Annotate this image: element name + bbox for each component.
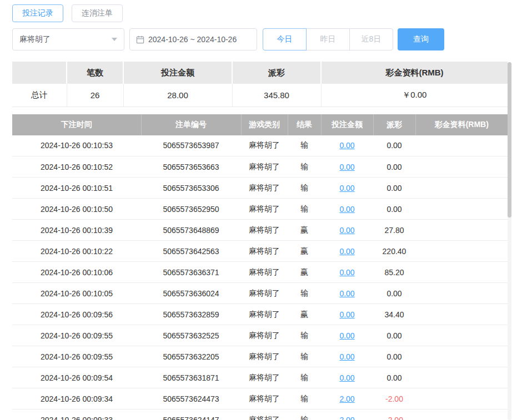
bet-time-cell: 2024-10-26 00:10:05 [12,283,141,304]
result-cell: 输 [288,367,321,388]
result-cell: 输 [288,199,321,220]
bet-amount-link[interactable]: 0.00 [339,268,354,277]
result-cell: 赢 [288,241,321,262]
order-number-cell: 5065573632859 [141,304,241,325]
today-button[interactable]: 今日 [263,28,307,50]
game-type-cell: 麻将胡了 [241,156,288,178]
summary-header-payout: 派彩 [232,62,321,84]
bet-amount-cell: 0.00 [321,199,373,220]
order-number-cell: 5065573632205 [141,346,241,367]
chevron-down-icon [112,38,117,41]
bet-amount-link[interactable]: 0.00 [339,352,354,361]
bonus-cell [415,325,508,346]
column-header-bet-time: 下注时间 [12,114,141,135]
bonus-cell [415,388,508,409]
bet-amount-cell: 0.00 [321,220,373,241]
bet-time-cell: 2024-10-26 00:09:34 [12,388,141,409]
payout-cell: -2.00 [373,409,415,420]
yesterday-button[interactable]: 昨日 [306,28,350,50]
bet-amount-link[interactable]: 0.00 [339,247,354,256]
tab-cancelled-orders[interactable]: 连消注单 [72,4,123,22]
date-range-picker[interactable]: 2024-10-26 ~ 2024-10-26 [129,28,257,50]
table-row: 2024-10-26 00:10:05 5065573636024 麻将胡了 输… [12,283,508,304]
summary-header-bonus: 彩金资料(RMB) [321,62,508,84]
table-row: 2024-10-26 00:10:52 5065573653663 麻将胡了 输… [12,156,508,178]
game-select-value: 麻将胡了 [19,34,51,44]
payout-cell: 0.00 [373,156,415,178]
bonus-cell [415,156,508,178]
order-number-cell: 5065573653987 [141,135,241,156]
quick-date-buttons: 今日 昨日 近8日 [263,28,393,50]
bet-records-table: 下注时间 注单编号 游戏类别 结果 投注金额 派彩 彩金资料(RMB) 2024… [12,114,508,420]
summary-header-row: 笔数 投注金额 派彩 彩金资料(RMB) [12,62,508,84]
bet-amount-cell: 0.00 [321,283,373,304]
column-header-payout: 派彩 [373,114,415,135]
summary-count-value: 26 [67,84,123,107]
payout-cell: 0.00 [373,346,415,367]
calendar-icon [136,36,144,44]
payout-cell: 0.00 [373,367,415,388]
summary-table: 笔数 投注金额 派彩 彩金资料(RMB) 总计 26 28.00 345.80 … [12,62,508,107]
last-8-days-button[interactable]: 近8日 [349,28,393,50]
bet-amount-cell: 2.00 [321,388,373,409]
vertical-scrollbar-thumb[interactable] [508,62,511,217]
bet-time-cell: 2024-10-26 00:09:55 [12,346,141,367]
bet-amount-link[interactable]: 0.00 [339,289,354,298]
table-row: 2024-10-26 00:10:22 5065573642563 麻将胡了 赢… [12,241,508,262]
result-cell: 输 [288,135,321,156]
bet-amount-link[interactable]: 0.00 [339,373,354,382]
query-button[interactable]: 查询 [398,28,444,50]
bet-time-cell: 2024-10-26 00:10:53 [12,135,141,156]
bet-amount-link[interactable]: 0.00 [339,163,354,171]
game-type-cell: 麻将胡了 [241,262,288,283]
payout-cell: 0.00 [373,178,415,199]
game-type-cell: 麻将胡了 [241,283,288,304]
bet-amount-cell: 0.00 [321,325,373,346]
bet-amount-link[interactable]: 0.00 [339,141,354,150]
order-number-cell: 5065573631871 [141,367,241,388]
result-cell: 赢 [288,262,321,283]
bet-table-body: 2024-10-26 00:10:53 5065573653987 麻将胡了 输… [12,135,508,420]
order-number-cell: 5065573653306 [141,178,241,199]
bet-amount-link[interactable]: 0.00 [339,226,354,235]
game-type-cell: 麻将胡了 [241,241,288,262]
game-select[interactable]: 麻将胡了 [12,28,124,50]
vertical-scrollbar-track[interactable] [508,62,511,420]
bet-amount-link[interactable]: 0.00 [339,331,354,340]
bonus-cell [415,241,508,262]
bet-amount-link[interactable]: 0.00 [339,184,354,193]
column-header-order-number: 注单编号 [141,114,241,135]
bet-amount-cell: 0.00 [321,262,373,283]
game-type-cell: 麻将胡了 [241,409,288,420]
bet-table-header-row: 下注时间 注单编号 游戏类别 结果 投注金额 派彩 彩金资料(RMB) [12,114,508,135]
bet-time-cell: 2024-10-26 00:09:55 [12,325,141,346]
table-row: 2024-10-26 00:09:55 5065573632205 麻将胡了 输… [12,346,508,367]
bonus-cell [415,346,508,367]
bonus-cell [415,409,508,420]
table-row: 2024-10-26 00:10:39 5065573648869 麻将胡了 赢… [12,220,508,241]
table-row: 2024-10-26 00:09:33 5065573624147 麻将胡了 输… [12,409,508,420]
column-header-bonus: 彩金资料(RMB) [415,114,508,135]
column-header-bet-amount: 投注金额 [321,114,373,135]
bet-time-cell: 2024-10-26 00:10:39 [12,220,141,241]
game-type-cell: 麻将胡了 [241,178,288,199]
summary-payout-value: 345.80 [232,84,321,107]
payout-cell: 85.20 [373,262,415,283]
tab-bet-records[interactable]: 投注记录 [12,4,63,22]
bet-amount-link[interactable]: 2.00 [339,416,354,420]
table-row: 2024-10-26 00:09:54 5065573631871 麻将胡了 输… [12,367,508,388]
summary-bet-amount-value: 28.00 [123,84,232,107]
column-header-game-type: 游戏类别 [241,114,288,135]
result-cell: 赢 [288,220,321,241]
bet-amount-cell: 0.00 [321,156,373,178]
bet-amount-cell: 0.00 [321,367,373,388]
column-header-result: 结果 [288,114,321,135]
bet-amount-link[interactable]: 0.00 [339,205,354,214]
summary-header-blank [12,62,67,84]
game-type-cell: 麻将胡了 [241,199,288,220]
bonus-cell [415,262,508,283]
bet-amount-link[interactable]: 2.00 [339,394,354,403]
bet-amount-link[interactable]: 0.00 [339,310,354,319]
result-cell: 输 [288,178,321,199]
payout-cell: 220.40 [373,241,415,262]
